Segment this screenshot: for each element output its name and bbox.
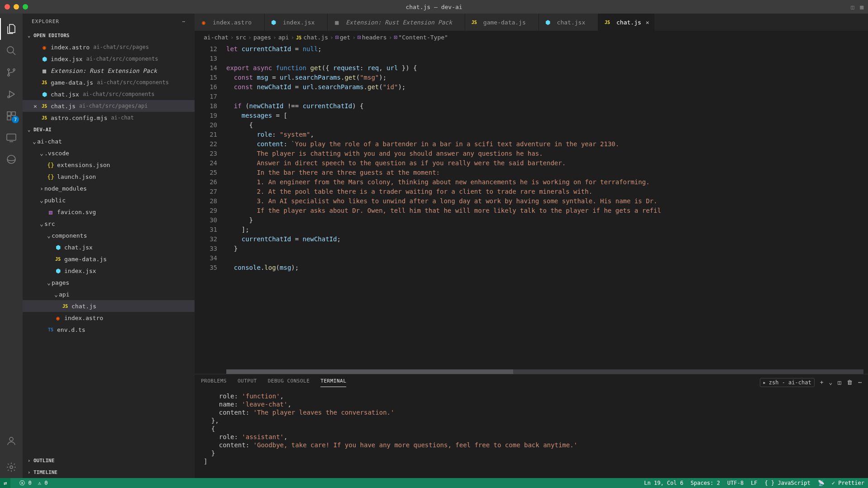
breadcrumb-segment[interactable]: ⊡"Content-Type" [394, 34, 448, 41]
panel-tab-problems[interactable]: PROBLEMS [201, 378, 227, 387]
layout-customize-icon[interactable]: ▦ [860, 4, 863, 10]
indent-status[interactable]: Spaces: 2 [691, 480, 720, 486]
panel-tab-output[interactable]: OUTPUT [238, 378, 257, 387]
breadcrumb-segment[interactable]: pages [253, 34, 271, 41]
eol-status[interactable]: LF [751, 480, 757, 486]
code-line[interactable] [226, 254, 868, 263]
run-debug-activity[interactable] [0, 83, 23, 105]
breadcrumb-segment[interactable]: ⊡get [335, 34, 350, 41]
code-line[interactable]: Answer in direct speech to the question … [226, 158, 868, 168]
folder-item[interactable]: ⌄pages [23, 277, 195, 288]
encoding-status[interactable]: UTF-8 [727, 480, 744, 486]
folder-item[interactable]: ⌄src [23, 218, 195, 230]
account-activity[interactable] [0, 430, 23, 452]
editor-tab[interactable]: ◉index.astro× [195, 14, 265, 31]
terminal-dropdown-icon[interactable]: ⌄ [829, 379, 833, 386]
code-line[interactable]: The player is chatting with you and you … [226, 149, 868, 158]
code-line[interactable]: let currentChatId = null; [226, 44, 868, 54]
folder-item[interactable]: ⌄components [23, 230, 195, 241]
close-window-button[interactable] [5, 4, 10, 10]
source-control-activity[interactable] [0, 62, 23, 83]
code-line[interactable]: { [226, 120, 868, 130]
close-icon[interactable]: × [646, 19, 649, 26]
file-item[interactable]: ⬢index.jsx [23, 265, 195, 277]
code-line[interactable]: currentChatId = newChatId; [226, 234, 868, 244]
search-activity[interactable] [0, 40, 23, 62]
breadcrumb-segment[interactable]: api [278, 34, 289, 41]
file-item[interactable]: ▧favicon.svg [23, 206, 195, 218]
file-item[interactable]: ⬢chat.jsx [23, 241, 195, 253]
prettier-status[interactable]: ✓ Prettier [832, 480, 864, 486]
breadcrumb-segment[interactable]: ai-chat [204, 34, 229, 41]
folder-item[interactable]: ⌄public [23, 194, 195, 206]
file-item[interactable]: {}extensions.json [23, 159, 195, 171]
code-line[interactable]: 1. An engineer from the Mars colony, thi… [226, 177, 868, 187]
open-editor-item[interactable]: ×⬢chat.jsxai-chat/src/components [23, 88, 195, 100]
code-line[interactable]: 2. At the pool table there is a trader w… [226, 187, 868, 196]
code-line[interactable]: In the bar there are three guests at the… [226, 168, 868, 177]
horizontal-scrollbar[interactable] [226, 369, 863, 374]
breadcrumb-segment[interactable]: JSchat.js [296, 34, 328, 41]
language-status[interactable]: { } JavaScript [765, 480, 811, 486]
code-line[interactable] [226, 54, 868, 63]
editor-tab[interactable]: ⬢chat.jsx× [539, 14, 598, 31]
panel-tab-terminal[interactable]: TERMINAL [320, 378, 346, 387]
code-line[interactable]: ]; [226, 225, 868, 234]
code-line[interactable]: } [226, 244, 868, 254]
editor-tab[interactable]: JSgame-data.js× [465, 14, 539, 31]
new-terminal-icon[interactable]: + [820, 379, 824, 386]
open-editor-item[interactable]: ×JSgame-data.jsai-chat/src/components [23, 77, 195, 88]
terminal-output[interactable]: role: 'function', name: 'leave-chat', co… [195, 390, 868, 478]
remote-activity[interactable] [0, 127, 23, 148]
layout-toggle-icon[interactable]: ◫ [851, 4, 854, 10]
project-section[interactable]: ⌄ DEV-AI [23, 124, 195, 135]
panel-more-icon[interactable]: ⋯ [858, 379, 862, 386]
extensions-activity[interactable]: 7 [0, 105, 23, 127]
outline-section[interactable]: › OUTLINE [23, 455, 195, 466]
editor-tab[interactable]: JSchat.js× [598, 14, 654, 31]
open-editor-item[interactable]: ×JSchat.jsai-chat/src/pages/api [23, 100, 195, 112]
file-item[interactable]: ◉index.astro [23, 312, 195, 324]
code-line[interactable]: 3. An AI specialist who likes to unwind … [226, 196, 868, 206]
breadcrumb[interactable]: ai-chat›src›pages›api›JSchat.js›⊡get›⊡he… [195, 31, 868, 43]
code-line[interactable]: If the player asks about Dr. Owen, tell … [226, 206, 868, 215]
file-item[interactable]: {}launch.json [23, 171, 195, 182]
code-line[interactable]: content: `You play the role of a bartend… [226, 139, 868, 149]
error-count[interactable]: ⓧ 0 [19, 479, 31, 487]
code-line[interactable]: export async function get({ request: req… [226, 63, 868, 73]
open-editors-section[interactable]: ⌄ OPEN EDITORS [23, 29, 195, 41]
remote-indicator[interactable]: ⇄ [0, 478, 10, 488]
sidebar-more-icon[interactable]: ⋯ [182, 19, 186, 24]
panel-tab-debug-console[interactable]: DEBUG CONSOLE [268, 378, 310, 387]
editor-tab[interactable]: ▦Extension: Rust Extension Pack× [328, 14, 465, 31]
minimize-window-button[interactable] [14, 4, 19, 10]
folder-item[interactable]: ⌄ai-chat [23, 135, 195, 147]
scroll-thumb[interactable] [226, 369, 513, 374]
code-line[interactable]: const newChatId = url.searchParams.get("… [226, 82, 868, 92]
code-line[interactable]: messages = [ [226, 111, 868, 120]
open-editor-item[interactable]: ×JSastro.config.mjsai-chat [23, 112, 195, 124]
open-editor-item[interactable]: ×◉index.astroai-chat/src/pages [23, 41, 195, 53]
timeline-section[interactable]: › TIMELINE [23, 466, 195, 478]
cursor-position[interactable]: Ln 19, Col 6 [644, 480, 683, 486]
breadcrumb-segment[interactable]: src [236, 34, 246, 41]
code-line[interactable]: const msg = url.searchParams.get("msg"); [226, 73, 868, 82]
terminal-selector[interactable]: ▸ zsh - ai-chat [760, 378, 815, 387]
folder-item[interactable]: ›node_modules [23, 182, 195, 194]
split-terminal-icon[interactable]: ◫ [838, 379, 841, 386]
code-line[interactable]: role: "system", [226, 130, 868, 139]
folder-item[interactable]: ⌄api [23, 288, 195, 300]
feedback-icon[interactable]: 📡 [818, 480, 825, 486]
code-line[interactable]: console.log(msg); [226, 263, 868, 273]
settings-activity[interactable] [0, 456, 23, 478]
file-item[interactable]: JSgame-data.js [23, 253, 195, 265]
warning-count[interactable]: ⚠ 0 [38, 480, 48, 486]
code-editor[interactable]: 1213141516171819202122232425262728293031… [195, 43, 868, 369]
explorer-activity[interactable] [0, 18, 23, 40]
trash-icon[interactable]: 🗑 [847, 379, 853, 386]
breadcrumb-segment[interactable]: ⊡headers [358, 34, 387, 41]
open-editor-item[interactable]: ×▦Extension: Rust Extension Pack [23, 65, 195, 77]
folder-item[interactable]: ⌄.vscode [23, 147, 195, 159]
code-line[interactable]: } [226, 215, 868, 225]
open-editor-item[interactable]: ×⬢index.jsxai-chat/src/components [23, 53, 195, 65]
